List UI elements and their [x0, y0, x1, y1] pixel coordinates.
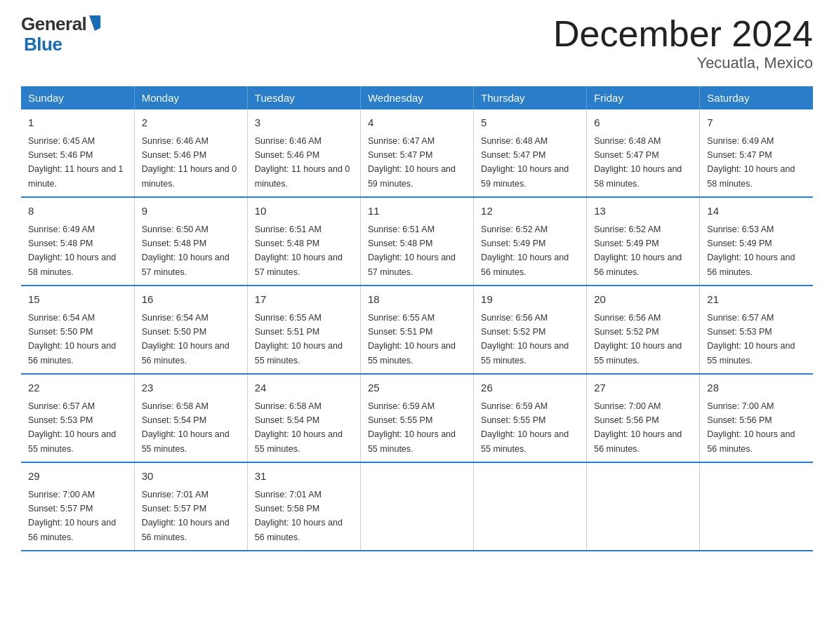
day-number: 6 — [594, 115, 692, 131]
table-row: 28 Sunrise: 7:00 AMSunset: 5:56 PMDaylig… — [700, 374, 813, 462]
day-info: Sunrise: 6:46 AMSunset: 5:46 PMDaylight:… — [255, 136, 350, 189]
day-info: Sunrise: 6:50 AMSunset: 5:48 PMDaylight:… — [142, 224, 230, 277]
table-row: 5 Sunrise: 6:48 AMSunset: 5:47 PMDayligh… — [474, 109, 587, 197]
table-row: 8 Sunrise: 6:49 AMSunset: 5:48 PMDayligh… — [21, 197, 134, 286]
table-row: 27 Sunrise: 7:00 AMSunset: 5:56 PMDaylig… — [587, 374, 700, 462]
table-row: 7 Sunrise: 6:49 AMSunset: 5:47 PMDayligh… — [700, 109, 813, 197]
table-row — [587, 462, 700, 551]
month-year-title: December 2024 — [553, 14, 813, 54]
day-info: Sunrise: 6:55 AMSunset: 5:51 PMDaylight:… — [368, 313, 456, 365]
table-row: 16 Sunrise: 6:54 AMSunset: 5:50 PMDaylig… — [134, 286, 247, 374]
header-tuesday: Tuesday — [247, 86, 360, 109]
day-number: 2 — [142, 115, 240, 131]
table-row: 6 Sunrise: 6:48 AMSunset: 5:47 PMDayligh… — [587, 109, 700, 197]
logo-chevron-icon — [88, 15, 102, 32]
day-number: 12 — [481, 203, 579, 220]
week-row-2: 8 Sunrise: 6:49 AMSunset: 5:48 PMDayligh… — [21, 197, 813, 286]
header-row: SundayMondayTuesdayWednesdayThursdayFrid… — [21, 86, 813, 109]
day-number: 13 — [594, 203, 692, 220]
header-monday: Monday — [134, 86, 247, 109]
day-info: Sunrise: 6:57 AMSunset: 5:53 PMDaylight:… — [28, 401, 116, 454]
day-info: Sunrise: 6:52 AMSunset: 5:49 PMDaylight:… — [594, 224, 682, 277]
location-subtitle: Yecuatla, Mexico — [553, 54, 813, 72]
table-row: 1 Sunrise: 6:45 AMSunset: 5:46 PMDayligh… — [21, 109, 134, 197]
day-number: 1 — [28, 115, 127, 131]
table-row: 29 Sunrise: 7:00 AMSunset: 5:57 PMDaylig… — [21, 462, 134, 551]
table-row — [360, 462, 473, 551]
day-info: Sunrise: 6:54 AMSunset: 5:50 PMDaylight:… — [28, 313, 116, 365]
day-number: 11 — [368, 203, 466, 220]
day-info: Sunrise: 6:59 AMSunset: 5:55 PMDaylight:… — [368, 401, 456, 454]
day-info: Sunrise: 6:54 AMSunset: 5:50 PMDaylight:… — [142, 313, 230, 365]
svg-marker-0 — [89, 15, 100, 31]
day-number: 25 — [368, 380, 466, 396]
day-number: 28 — [707, 380, 806, 396]
day-number: 31 — [255, 469, 353, 485]
logo-blue-text: Blue — [21, 34, 102, 55]
day-info: Sunrise: 7:01 AMSunset: 5:57 PMDaylight:… — [142, 490, 230, 542]
day-info: Sunrise: 6:57 AMSunset: 5:53 PMDaylight:… — [707, 313, 795, 365]
table-row: 14 Sunrise: 6:53 AMSunset: 5:49 PMDaylig… — [700, 197, 813, 286]
day-number: 5 — [481, 115, 579, 131]
day-info: Sunrise: 6:51 AMSunset: 5:48 PMDaylight:… — [368, 224, 456, 277]
day-info: Sunrise: 6:48 AMSunset: 5:47 PMDaylight:… — [594, 136, 682, 189]
day-info: Sunrise: 6:55 AMSunset: 5:51 PMDaylight:… — [255, 313, 343, 365]
week-row-1: 1 Sunrise: 6:45 AMSunset: 5:46 PMDayligh… — [21, 109, 813, 197]
table-row: 31 Sunrise: 7:01 AMSunset: 5:58 PMDaylig… — [247, 462, 360, 551]
day-info: Sunrise: 6:59 AMSunset: 5:55 PMDaylight:… — [481, 401, 569, 454]
logo-general-text: General — [21, 14, 86, 34]
day-number: 21 — [707, 292, 806, 308]
day-info: Sunrise: 7:00 AMSunset: 5:56 PMDaylight:… — [594, 401, 682, 454]
table-row: 23 Sunrise: 6:58 AMSunset: 5:54 PMDaylig… — [134, 374, 247, 462]
day-info: Sunrise: 7:01 AMSunset: 5:58 PMDaylight:… — [255, 490, 343, 542]
day-info: Sunrise: 6:49 AMSunset: 5:48 PMDaylight:… — [28, 224, 116, 277]
day-number: 20 — [594, 292, 692, 308]
title-block: December 2024 Yecuatla, Mexico — [553, 14, 813, 72]
day-info: Sunrise: 6:53 AMSunset: 5:49 PMDaylight:… — [707, 224, 795, 277]
day-info: Sunrise: 6:49 AMSunset: 5:47 PMDaylight:… — [707, 136, 795, 189]
day-info: Sunrise: 6:45 AMSunset: 5:46 PMDaylight:… — [28, 136, 124, 189]
table-row: 20 Sunrise: 6:56 AMSunset: 5:52 PMDaylig… — [587, 286, 700, 374]
week-row-5: 29 Sunrise: 7:00 AMSunset: 5:57 PMDaylig… — [21, 462, 813, 551]
table-row: 11 Sunrise: 6:51 AMSunset: 5:48 PMDaylig… — [360, 197, 473, 286]
day-number: 16 — [142, 292, 240, 308]
day-info: Sunrise: 7:00 AMSunset: 5:57 PMDaylight:… — [28, 490, 116, 542]
table-row: 22 Sunrise: 6:57 AMSunset: 5:53 PMDaylig… — [21, 374, 134, 462]
day-info: Sunrise: 6:48 AMSunset: 5:47 PMDaylight:… — [481, 136, 569, 189]
table-row: 15 Sunrise: 6:54 AMSunset: 5:50 PMDaylig… — [21, 286, 134, 374]
table-row: 4 Sunrise: 6:47 AMSunset: 5:47 PMDayligh… — [360, 109, 473, 197]
table-row — [700, 462, 813, 551]
day-number: 15 — [28, 292, 127, 308]
table-row: 25 Sunrise: 6:59 AMSunset: 5:55 PMDaylig… — [360, 374, 473, 462]
day-number: 30 — [142, 469, 240, 485]
day-number: 26 — [481, 380, 579, 396]
day-number: 9 — [142, 203, 240, 220]
day-number: 3 — [255, 115, 353, 131]
table-row — [474, 462, 587, 551]
day-info: Sunrise: 6:52 AMSunset: 5:49 PMDaylight:… — [481, 224, 569, 277]
header-sunday: Sunday — [21, 86, 134, 109]
day-info: Sunrise: 6:58 AMSunset: 5:54 PMDaylight:… — [255, 401, 343, 454]
table-row: 9 Sunrise: 6:50 AMSunset: 5:48 PMDayligh… — [134, 197, 247, 286]
logo: General Blue — [21, 14, 102, 54]
day-number: 4 — [368, 115, 466, 131]
day-number: 27 — [594, 380, 692, 396]
calendar-table: SundayMondayTuesdayWednesdayThursdayFrid… — [21, 86, 813, 551]
week-row-4: 22 Sunrise: 6:57 AMSunset: 5:53 PMDaylig… — [21, 374, 813, 462]
day-info: Sunrise: 6:58 AMSunset: 5:54 PMDaylight:… — [142, 401, 230, 454]
day-number: 7 — [707, 115, 806, 131]
day-info: Sunrise: 6:56 AMSunset: 5:52 PMDaylight:… — [481, 313, 569, 365]
table-row: 17 Sunrise: 6:55 AMSunset: 5:51 PMDaylig… — [247, 286, 360, 374]
table-row: 19 Sunrise: 6:56 AMSunset: 5:52 PMDaylig… — [474, 286, 587, 374]
page-header: General Blue December 2024 Yecuatla, Mex… — [21, 14, 813, 72]
day-number: 29 — [28, 469, 127, 485]
day-number: 18 — [368, 292, 466, 308]
header-friday: Friday — [587, 86, 700, 109]
header-thursday: Thursday — [474, 86, 587, 109]
day-info: Sunrise: 6:56 AMSunset: 5:52 PMDaylight:… — [594, 313, 682, 365]
table-row: 24 Sunrise: 6:58 AMSunset: 5:54 PMDaylig… — [247, 374, 360, 462]
day-number: 24 — [255, 380, 353, 396]
table-row: 3 Sunrise: 6:46 AMSunset: 5:46 PMDayligh… — [247, 109, 360, 197]
table-row: 30 Sunrise: 7:01 AMSunset: 5:57 PMDaylig… — [134, 462, 247, 551]
table-row: 10 Sunrise: 6:51 AMSunset: 5:48 PMDaylig… — [247, 197, 360, 286]
